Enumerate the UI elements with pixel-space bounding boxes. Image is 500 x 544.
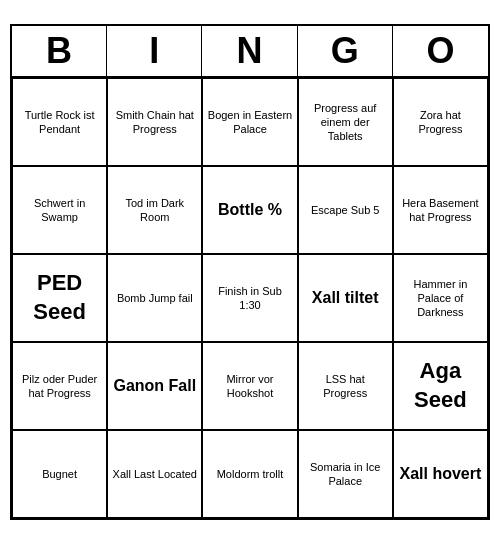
bingo-cell-18: LSS hat Progress — [298, 342, 393, 430]
bingo-cell-9: Hera Basement hat Progress — [393, 166, 488, 254]
bingo-grid: Turtle Rock ist PendantSmith Chain hat P… — [12, 78, 488, 518]
bingo-cell-14: Hammer in Palace of Darkness — [393, 254, 488, 342]
bingo-cell-21: Xall Last Located — [107, 430, 202, 518]
bingo-cell-15: Pilz oder Puder hat Progress — [12, 342, 107, 430]
bingo-header: BINGO — [12, 26, 488, 78]
bingo-cell-11: Bomb Jump fail — [107, 254, 202, 342]
bingo-cell-5: Schwert in Swamp — [12, 166, 107, 254]
header-letter-b: B — [12, 26, 107, 76]
bingo-cell-13: Xall tiltet — [298, 254, 393, 342]
bingo-cell-8: Escape Sub 5 — [298, 166, 393, 254]
bingo-cell-12: Finish in Sub 1:30 — [202, 254, 297, 342]
bingo-cell-1: Smith Chain hat Progress — [107, 78, 202, 166]
bingo-cell-4: Zora hat Progress — [393, 78, 488, 166]
bingo-cell-22: Moldorm trollt — [202, 430, 297, 518]
bingo-cell-2: Bogen in Eastern Palace — [202, 78, 297, 166]
bingo-cell-0: Turtle Rock ist Pendant — [12, 78, 107, 166]
bingo-cell-24: Xall hovert — [393, 430, 488, 518]
bingo-cell-17: Mirror vor Hookshot — [202, 342, 297, 430]
bingo-cell-20: Bugnet — [12, 430, 107, 518]
header-letter-i: I — [107, 26, 202, 76]
bingo-cell-16: Ganon Fall — [107, 342, 202, 430]
bingo-board: BINGO Turtle Rock ist PendantSmith Chain… — [10, 24, 490, 520]
bingo-cell-3: Progress auf einem der Tablets — [298, 78, 393, 166]
bingo-cell-7: Bottle % — [202, 166, 297, 254]
header-letter-n: N — [202, 26, 297, 76]
bingo-cell-10: PED Seed — [12, 254, 107, 342]
header-letter-o: O — [393, 26, 488, 76]
bingo-cell-19: Aga Seed — [393, 342, 488, 430]
header-letter-g: G — [298, 26, 393, 76]
bingo-cell-6: Tod im Dark Room — [107, 166, 202, 254]
bingo-cell-23: Somaria in Ice Palace — [298, 430, 393, 518]
